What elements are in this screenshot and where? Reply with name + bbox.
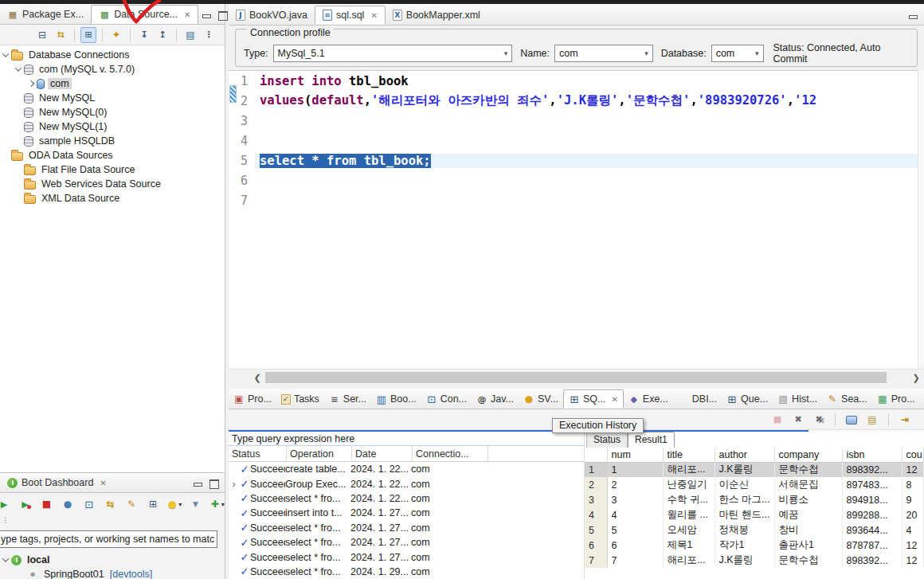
filter-button[interactable] xyxy=(188,496,204,512)
chevron-down-icon[interactable]: ▾ xyxy=(221,501,225,508)
code-line-7[interactable]: 7 xyxy=(229,190,924,210)
column-header-cou[interactable]: cou xyxy=(902,448,924,462)
show-category-button[interactable] xyxy=(80,27,96,43)
editor-vscrollbar[interactable] xyxy=(918,70,924,369)
open-file-button[interactable] xyxy=(864,412,880,428)
history-row[interactable]: Succeededselect * fro...2024. 1. 27...co… xyxy=(229,521,584,535)
history-row[interactable]: Succeededselect * fro...2024. 1. 27...co… xyxy=(229,535,584,550)
view-menu-button[interactable] xyxy=(201,27,217,43)
chevron-right-icon[interactable]: › xyxy=(229,479,239,490)
tab-sql-sql[interactable]: sql.sql✕ xyxy=(315,6,386,25)
edit-button[interactable] xyxy=(123,496,139,512)
code-line-2[interactable]: 2values(default,'해리포터와 아즈카반의 죄수','J.K롤링'… xyxy=(229,91,924,111)
tab-sv[interactable]: SV... xyxy=(519,389,563,409)
tab-pro[interactable]: Pro... xyxy=(229,389,276,409)
result-tab-status[interactable]: Status xyxy=(586,432,628,448)
column-header-title[interactable]: title xyxy=(663,448,715,462)
save-button[interactable] xyxy=(182,27,198,43)
sql-editor[interactable]: 1insert into tbl_book2values(default,'해리… xyxy=(229,70,924,369)
column-header-isbn[interactable]: isbn xyxy=(842,448,902,462)
debug-button[interactable] xyxy=(18,496,33,512)
close-icon[interactable]: ✕ xyxy=(184,10,190,19)
type-select[interactable]: MySql_5.1 ▾ xyxy=(273,45,513,62)
scrollbar-thumb[interactable] xyxy=(265,372,887,383)
connect-button[interactable] xyxy=(108,27,124,43)
column-header-operation[interactable]: Operation xyxy=(287,446,352,461)
pin-button[interactable] xyxy=(897,412,913,428)
history-row[interactable]: Succeededinsert into t...2024. 1. 27...c… xyxy=(229,506,584,520)
scroll-left-icon[interactable]: ❮ xyxy=(251,371,264,384)
relaunch-button[interactable] xyxy=(103,496,119,512)
maximize-icon[interactable] xyxy=(217,11,227,19)
tree-item-flat-file-data-source[interactable]: Flat File Data Source xyxy=(0,162,225,177)
code-line-5[interactable]: 5select * from tbl_book; xyxy=(229,151,924,170)
close-icon[interactable]: ✕ xyxy=(611,395,617,404)
result-row[interactable]: 44윌리를 ...마틴 핸드...예꿈899288...20 xyxy=(585,507,924,522)
code-line-3[interactable]: 3 xyxy=(229,111,924,131)
tree-item-web-services-data-source[interactable]: Web Services Data Source xyxy=(0,177,225,191)
database-select[interactable]: com ▾ xyxy=(711,45,764,62)
tree-item-new-mysql[interactable]: New MySQL xyxy=(0,91,225,105)
minimize-icon[interactable] xyxy=(202,11,211,19)
tab-bookvo-java[interactable]: BookVO.java xyxy=(229,6,315,25)
tab-que[interactable]: Que... xyxy=(722,389,773,409)
tab-con[interactable]: Con... xyxy=(421,389,472,409)
minimize-icon[interactable] xyxy=(193,479,202,487)
tab-package-ex[interactable]: Package Ex... xyxy=(0,5,91,24)
column-header-company[interactable]: company xyxy=(774,448,842,462)
browser-button[interactable] xyxy=(60,496,76,512)
code-line-6[interactable]: 6 xyxy=(229,170,924,190)
collapse-all-button[interactable] xyxy=(34,27,50,43)
chevron-down-icon[interactable] xyxy=(15,65,22,71)
stop-button[interactable] xyxy=(38,496,54,512)
open-folder-button[interactable] xyxy=(844,412,859,428)
result-row[interactable]: 11해리포...J.K롤링문학수첩898392...12 xyxy=(585,462,924,477)
tab-tasks[interactable]: Tasks xyxy=(276,389,324,409)
tree-item-oda-data-sources[interactable]: ODA Data Sources xyxy=(0,148,225,162)
chevron-down-icon[interactable] xyxy=(2,555,9,561)
link-with-editor-button[interactable] xyxy=(53,27,69,43)
chevron-down-icon[interactable] xyxy=(2,50,9,57)
remove-all-button[interactable] xyxy=(811,412,827,428)
result-row[interactable]: 33수학 귀...한스 마그...비룡소894918...9 xyxy=(585,492,924,507)
chevron-right-icon[interactable] xyxy=(28,80,34,87)
add-button[interactable]: ▾ xyxy=(209,496,225,512)
lightbulb-button[interactable]: ▾ xyxy=(166,496,182,512)
tab-hist[interactable]: Hist... xyxy=(773,389,822,409)
tab-pro[interactable]: Pro... xyxy=(872,389,920,409)
column-header-date[interactable]: Date xyxy=(352,446,413,461)
boot-item-springboot01[interactable]: SpringBoot01 [devtools] xyxy=(2,567,223,579)
grid-button[interactable] xyxy=(145,496,161,512)
chevron-down-icon[interactable]: ▾ xyxy=(178,501,182,508)
tree-item-sample-hsqldb[interactable]: sample HSQLDB xyxy=(0,134,225,148)
tab-boo[interactable]: Boo... xyxy=(371,389,421,409)
history-row[interactable]: Succeededselect * fro...2024. 1. 27...co… xyxy=(229,550,584,564)
history-row[interactable]: ›SucceededGroup Exec...2024. 1. 22...com xyxy=(229,476,584,491)
tab-data-source[interactable]: Data Source...✕ xyxy=(91,5,198,24)
column-header-status[interactable]: Status xyxy=(229,446,287,461)
export-config-button[interactable] xyxy=(155,27,170,43)
tree-item-database-connections[interactable]: Database Connections xyxy=(0,48,225,62)
query-expression-input[interactable] xyxy=(229,430,584,446)
tree-item-new-mysql-0[interactable]: New MySQL(0) xyxy=(0,105,225,119)
minimize-icon[interactable] xyxy=(908,12,918,20)
tab-bookmapper-xml[interactable]: BookMapper.xml xyxy=(386,6,487,25)
tab-ser[interactable]: Ser... xyxy=(324,389,371,409)
result-row[interactable]: 77해리포...J.K롤링문학수첩898392...12 xyxy=(585,553,924,568)
import-config-button[interactable] xyxy=(136,27,152,43)
column-header-connectio[interactable]: Connectio... xyxy=(413,446,488,461)
result-row[interactable]: 22난중일기이순신서해문집897483...8 xyxy=(585,477,924,492)
history-row[interactable]: Succeededcreate table...2024. 1. 22...co… xyxy=(229,462,584,476)
code-line-1[interactable]: 1insert into tbl_book xyxy=(229,71,924,91)
scroll-right-icon[interactable]: ❯ xyxy=(910,371,922,384)
tab-jav[interactable]: Jav... xyxy=(472,389,519,409)
tab-dbi[interactable]: DBI... xyxy=(673,389,722,409)
tab-sea[interactable]: Sea... xyxy=(822,389,872,409)
code-line-4[interactable]: 4 xyxy=(229,131,924,151)
terminate-button[interactable] xyxy=(769,412,785,428)
column-header-author[interactable]: author xyxy=(715,448,774,462)
tree-item-new-mysql-1[interactable]: New MySQL(1) xyxy=(0,119,225,134)
name-select[interactable]: com ▾ xyxy=(554,45,653,62)
toolbar-overflow-indicator[interactable]: ⋮ xyxy=(2,516,8,524)
column-header-num[interactable]: num xyxy=(607,448,663,462)
